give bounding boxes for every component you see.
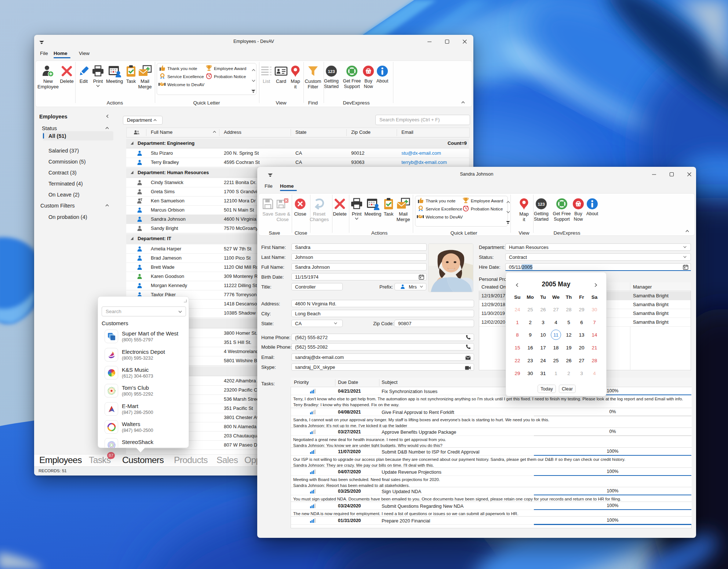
svg-text:123: 123 [538,202,545,206]
svg-text:123: 123 [328,69,335,74]
